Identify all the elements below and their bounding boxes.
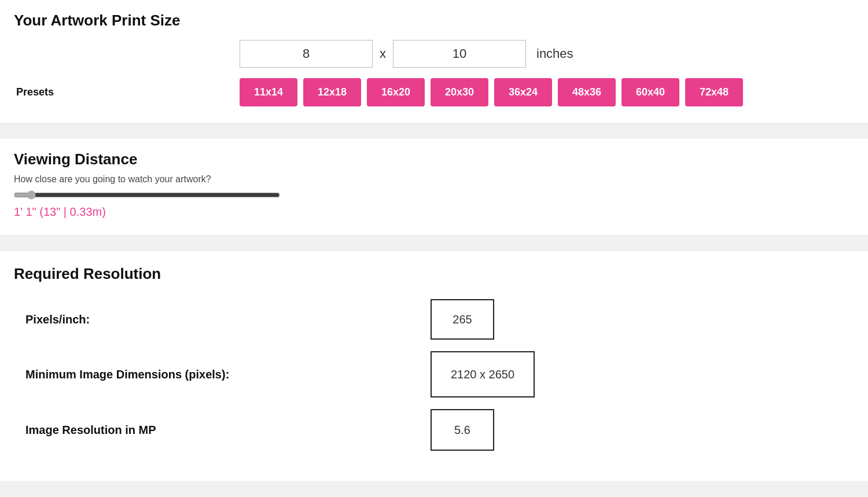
resolution-section: Required Resolution Pixels/inch: 265 Min… <box>0 251 868 481</box>
gap-2 <box>0 235 868 251</box>
artwork-title: Your Artwork Print Size <box>14 12 854 30</box>
preset-btn-36x24[interactable]: 36x24 <box>494 78 552 106</box>
min-dimensions-label: Minimum Image Dimensions (pixels): <box>25 368 431 381</box>
image-mp-label: Image Resolution in MP <box>25 424 431 437</box>
viewing-section: Viewing Distance How close are you going… <box>0 139 868 235</box>
viewing-title: Viewing Distance <box>14 150 854 168</box>
preset-btn-60x40[interactable]: 60x40 <box>621 78 679 106</box>
resolution-title: Required Resolution <box>14 265 854 283</box>
viewing-subtitle: How close are you going to watch your ar… <box>14 174 854 185</box>
inches-label: inches <box>536 46 573 61</box>
preset-btn-20x30[interactable]: 20x30 <box>431 78 488 106</box>
gap-1 <box>0 123 868 139</box>
width-input[interactable] <box>240 40 373 68</box>
preset-btn-11x14[interactable]: 11x14 <box>240 78 297 106</box>
min-dimensions-row: Minimum Image Dimensions (pixels): 2120 … <box>14 351 854 397</box>
preset-btn-12x18[interactable]: 12x18 <box>303 78 361 106</box>
pixels-per-inch-label: Pixels/inch: <box>25 313 431 326</box>
pixels-per-inch-value: 265 <box>431 299 494 340</box>
presets-row: Presets 11x14 12x18 16x20 20x30 36x24 48… <box>14 78 854 106</box>
viewing-slider-row <box>14 190 854 200</box>
preset-btn-48x36[interactable]: 48x36 <box>558 78 616 106</box>
min-dimensions-value: 2120 x 2650 <box>431 351 535 397</box>
distance-slider[interactable] <box>14 190 280 200</box>
height-input[interactable] <box>393 40 526 68</box>
viewing-value: 1' 1" (13" | 0.33m) <box>14 205 854 219</box>
pixels-per-inch-row: Pixels/inch: 265 <box>14 299 854 340</box>
presets-label: Presets <box>14 86 240 98</box>
image-mp-value: 5.6 <box>431 409 494 451</box>
presets-buttons: 11x14 12x18 16x20 20x30 36x24 48x36 60x4… <box>240 78 743 106</box>
print-size-row: x inches <box>240 40 854 68</box>
preset-btn-16x20[interactable]: 16x20 <box>367 78 425 106</box>
preset-btn-72x48[interactable]: 72x48 <box>685 78 743 106</box>
x-label: x <box>380 46 386 61</box>
image-mp-row: Image Resolution in MP 5.6 <box>14 409 854 451</box>
artwork-section: Your Artwork Print Size x inches Presets… <box>0 0 868 123</box>
